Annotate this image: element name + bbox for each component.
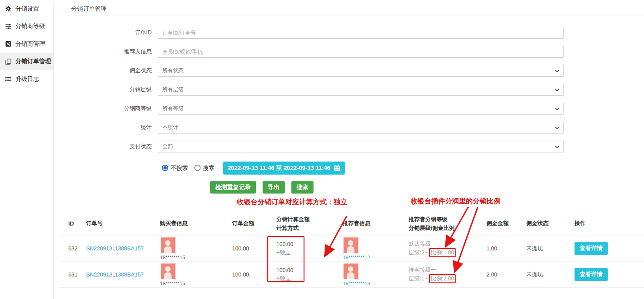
order-link[interactable]: SN22091311388BA157 (86, 245, 144, 252)
statistics-label: 统计 (59, 124, 158, 131)
orders-table: ID 订单号 购买者信息 订单金额 分销计算金额计算方式 推荐者信息 推荐者分销… (59, 212, 644, 288)
sidebar-item-distribution-settings[interactable]: 分销设置 (0, 0, 53, 18)
view-details-button[interactable]: 查看详情 (575, 268, 608, 281)
table-row: 632 SN22091311388BA157 18*******15 100.0… (59, 235, 644, 261)
order-id-label: 订单ID (59, 29, 158, 36)
chevron-down-icon (555, 70, 560, 73)
commission-status-select[interactable]: 所有状态 (158, 65, 564, 77)
copy-icon (5, 58, 11, 65)
col-id: ID (59, 220, 86, 227)
sidebar-item-upgrade-log[interactable]: 升级日志 (0, 70, 53, 88)
referrer-cell: 18********12 (343, 237, 370, 260)
col-action: 操作 (575, 220, 644, 227)
chevron-down-icon (555, 107, 560, 111)
distributor-grade-value: 所有等级 (162, 105, 184, 112)
distribution-level-label: 分销层级 (59, 86, 158, 93)
buyer-cell: 18*******15 (160, 237, 185, 260)
cell-commission: 2.00 (486, 271, 526, 278)
commission-status-label: 佣金状态 (59, 67, 158, 74)
header-divider (59, 15, 644, 15)
distribution-level-value: 所有层级 (162, 86, 184, 93)
view-details-button[interactable]: 查看详情 (575, 242, 608, 255)
action-buttons: 检测重复记录 导出 搜索 (210, 181, 314, 194)
referrer-cell: 18********13 (343, 263, 370, 286)
sidebar-item-distribution-orders[interactable]: 分销订单管理 (0, 53, 53, 71)
sidebar-item-distributor-management[interactable]: 分销商管理 (0, 35, 53, 53)
statistics-value: 不统计 (162, 124, 178, 131)
sidebar-item-label: 分销设置 (15, 5, 39, 13)
col-commission: 佣金金额 (486, 220, 526, 227)
no-search-radio[interactable] (162, 165, 168, 171)
referrer-phone[interactable]: 18********13 (343, 281, 370, 286)
date-range-value: 2022-09-13 11:46 至 2022-09-13 11:46 (228, 164, 330, 172)
sidebar-item-label: 分销商管理 (15, 40, 45, 48)
avatar (160, 237, 176, 254)
cell-status: 未提现 (526, 245, 575, 252)
cell-status: 未提现 (526, 271, 575, 278)
cell-level: 默认等级 层级:2 - 比例:1.00 (409, 239, 486, 257)
list-icon (5, 76, 11, 82)
search-radio[interactable] (194, 165, 201, 171)
distributor-grade-label: 分销商等级 (59, 105, 158, 112)
cell-calc: 100.00 +独立 (276, 266, 343, 283)
avatar (343, 263, 359, 280)
sidebar-item-label: 分销商等级 (15, 23, 45, 30)
search-label[interactable]: 搜索 (203, 164, 214, 172)
col-buyer: 购买者信息 (160, 220, 232, 227)
distributor-grade-select[interactable]: 所有等级 (158, 103, 564, 115)
cell-order-amount: 100.00 (232, 271, 276, 278)
table-row: 631 SN22091311388BA157 18*******15 100.0… (59, 261, 644, 288)
col-order-amount: 订单金额 (232, 220, 276, 227)
buyer-phone: 18*******15 (160, 255, 185, 260)
chevron-down-icon (555, 145, 560, 149)
date-range-button[interactable]: 2022-09-13 11:46 至 2022-09-13 11:46 (223, 162, 345, 175)
col-level: 推荐者分销等级分销层级/佣金比例 (409, 215, 486, 232)
referrer-phone[interactable]: 18********12 (343, 255, 370, 260)
cell-id: 632 (59, 245, 86, 252)
col-status: 佣金状态 (526, 220, 575, 227)
col-order-no: 订单号 (86, 220, 160, 227)
sidebar-item-label: 升级日志 (15, 75, 39, 83)
cell-level: 推客等级一 层级:1 - 比例:2.00 (409, 265, 486, 283)
export-button[interactable]: 导出 (263, 181, 285, 194)
order-id-input[interactable] (158, 27, 563, 38)
payment-status-select[interactable]: 全部 (158, 141, 564, 152)
page-title: 分销订单管理 (71, 5, 107, 13)
cell-commission: 1.00 (486, 245, 526, 252)
referrer-info-label: 推荐人信息 (59, 48, 158, 55)
annotation-calc-method: 收银台分销订单对应计算方式：独立 (237, 197, 347, 207)
sidebar-item-label: 分销订单管理 (15, 58, 51, 65)
payment-status-label: 支付状态 (59, 143, 158, 150)
payment-status-value: 全部 (162, 143, 173, 150)
filter-form: 订单ID 推荐人信息 佣金状态 所有状态 分销层级 所有层级 分销商等级 所有等… (59, 27, 573, 160)
statistics-select[interactable]: 不统计 (158, 122, 564, 134)
annotation-ratio: 收银台插件分润里的分销比例 (411, 196, 501, 206)
table-header-row: ID 订单号 购买者信息 订单金额 分销计算金额计算方式 推荐者信息 推荐者分销… (59, 212, 644, 235)
search-button[interactable]: 搜索 (291, 181, 314, 194)
cell-order-amount: 100.00 (232, 245, 276, 252)
sidebar: 分销设置 分销商等级 分销商管理 分销订单管理 (0, 0, 54, 299)
col-referrer: 推荐者信息 (343, 220, 409, 227)
calendar-icon (334, 165, 340, 171)
chevron-down-icon (555, 88, 560, 92)
no-search-label[interactable]: 不搜索 (171, 164, 188, 172)
time-search-group: 不搜索 搜索 2022-09-13 11:46 至 2022-09-13 11:… (162, 161, 345, 175)
ratio-highlight: 比例:2.00 (429, 274, 456, 283)
sliders-icon (5, 23, 11, 30)
ratio-highlight: 比例:1.00 (429, 248, 456, 257)
referrer-info-input[interactable] (158, 46, 563, 57)
distribution-level-select[interactable]: 所有层级 (158, 84, 564, 96)
buyer-phone: 18*******15 (160, 281, 185, 286)
chevron-down-icon (555, 126, 560, 130)
gear-icon (5, 6, 11, 12)
commission-status-value: 所有状态 (162, 67, 184, 74)
check-duplicates-button[interactable]: 检测重复记录 (210, 181, 256, 194)
cell-id: 631 (59, 271, 86, 278)
col-calc: 分销计算金额计算方式 (276, 215, 343, 232)
avatar (343, 237, 359, 254)
cell-calc: 100.00 +独立 (276, 240, 343, 257)
buyer-cell: 18*******15 (160, 263, 185, 286)
sidebar-item-distributor-level[interactable]: 分销商等级 (0, 18, 53, 36)
order-link[interactable]: SN22091311388BA157 (86, 271, 144, 278)
share-square-icon (5, 41, 11, 47)
